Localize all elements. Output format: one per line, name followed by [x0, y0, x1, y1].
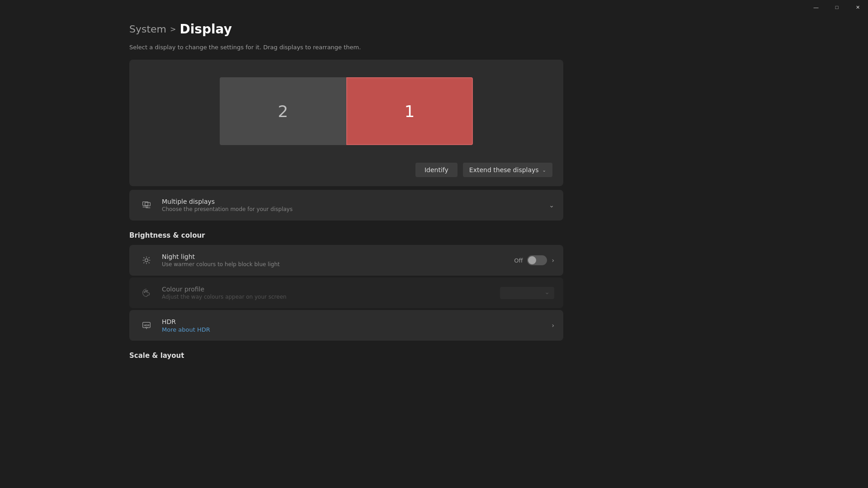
extend-dropdown-chevron-icon: ⌄	[542, 168, 546, 173]
colour-profile-control	[500, 287, 554, 299]
identify-button[interactable]: Identify	[415, 163, 458, 177]
close-button[interactable]: ✕	[847, 0, 868, 14]
breadcrumb-system[interactable]: System	[129, 23, 166, 35]
monitor-1[interactable]: 1	[346, 77, 473, 145]
night-light-toggle[interactable]	[527, 255, 547, 265]
svg-point-15	[146, 291, 148, 292]
multiple-displays-icon	[138, 197, 155, 213]
multiple-displays-text: Multiple displays Choose the presentatio…	[162, 198, 549, 212]
palette-icon	[142, 288, 151, 297]
main-content: System > Display Select a display to cha…	[0, 0, 570, 383]
svg-line-9	[144, 258, 145, 258]
multiple-displays-chevron-icon: ⌄	[549, 202, 554, 209]
monitor-2-label: 2	[278, 102, 288, 121]
night-light-control: Off ›	[514, 255, 554, 265]
hdr-monitor-icon: HDR	[142, 321, 151, 330]
settings-section: Multiple displays Choose the presentatio…	[129, 190, 563, 360]
hdr-control: ›	[552, 322, 554, 329]
monitor-1-label: 1	[405, 102, 415, 121]
hdr-text: HDR More about HDR	[162, 318, 552, 333]
multiple-displays-row[interactable]: Multiple displays Choose the presentatio…	[129, 190, 563, 221]
svg-line-12	[149, 258, 150, 258]
breadcrumb-separator: >	[170, 25, 176, 33]
colour-profile-icon	[138, 285, 155, 301]
maximize-button[interactable]: □	[826, 0, 847, 14]
minimize-button[interactable]: —	[806, 0, 826, 14]
svg-line-11	[144, 263, 145, 263]
sun-icon	[142, 256, 151, 265]
hdr-title: HDR	[162, 318, 552, 325]
page-description: Select a display to change the settings …	[129, 44, 570, 51]
hdr-subtitle: More about HDR	[162, 326, 552, 333]
night-light-text: Night light Use warmer colours to help b…	[162, 253, 514, 267]
svg-text:HDR: HDR	[144, 324, 150, 327]
hdr-chevron-icon: ›	[552, 322, 554, 329]
display-actions: Identify Extend these displays ⌄	[140, 163, 552, 177]
night-light-status: Off	[514, 257, 523, 264]
toggle-thumb	[528, 256, 536, 264]
night-light-row[interactable]: Night light Use warmer colours to help b…	[129, 245, 563, 276]
window-controls: — □ ✕	[806, 0, 868, 14]
svg-point-13	[144, 291, 146, 293]
night-light-subtitle: Use warmer colours to help block blue li…	[162, 261, 514, 267]
colour-profile-title: Colour profile	[162, 286, 500, 293]
monitor-icon	[142, 201, 151, 210]
colour-profile-select[interactable]	[500, 287, 554, 299]
hdr-icon: HDR	[138, 317, 155, 333]
hdr-link[interactable]: More about HDR	[162, 326, 210, 333]
extend-displays-dropdown[interactable]: Extend these displays ⌄	[463, 163, 552, 177]
svg-point-14	[145, 291, 146, 292]
night-light-icon	[138, 252, 155, 268]
svg-line-10	[149, 263, 150, 263]
hdr-row[interactable]: HDR HDR More about HDR ›	[129, 310, 563, 341]
svg-point-4	[145, 259, 148, 262]
colour-profile-dropdown-wrapper	[500, 287, 554, 299]
colour-profile-row: Colour profile Adjust the way colours ap…	[129, 277, 563, 308]
extend-displays-label: Extend these displays	[469, 166, 539, 174]
display-monitors: 2 1	[140, 70, 552, 152]
monitor-2[interactable]: 2	[220, 77, 346, 145]
multiple-displays-subtitle: Choose the presentation mode for your di…	[162, 206, 549, 212]
scale-layout-header: Scale & layout	[129, 352, 563, 360]
night-light-title: Night light	[162, 253, 514, 260]
night-light-toggle-container: Off	[514, 255, 547, 265]
colour-profile-subtitle: Adjust the way colours appear on your sc…	[162, 294, 500, 300]
colour-profile-text: Colour profile Adjust the way colours ap…	[162, 286, 500, 300]
brightness-colour-header: Brightness & colour	[129, 231, 563, 239]
breadcrumb-current: Display	[179, 22, 231, 37]
breadcrumb: System > Display	[129, 22, 570, 37]
display-preview-card: 2 1 Identify Extend these displays ⌄	[129, 60, 563, 186]
multiple-displays-title: Multiple displays	[162, 198, 549, 205]
night-light-chevron-icon: ›	[552, 257, 554, 264]
multiple-displays-control: ⌄	[549, 202, 554, 209]
